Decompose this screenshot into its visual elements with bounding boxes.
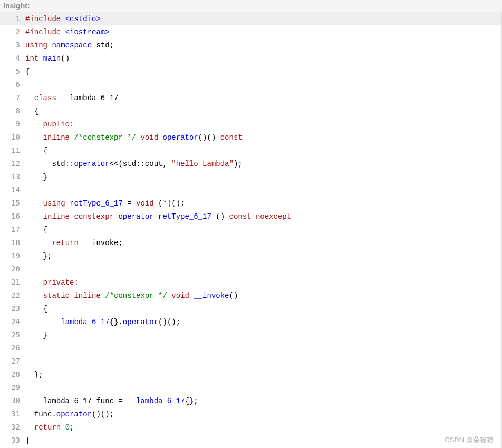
token: () [61,54,70,63]
code-content[interactable]: inline constexpr operator retType_6_17 (… [25,210,501,223]
code-line[interactable]: 11 { [0,144,501,157]
code-content[interactable]: inline /*constexpr */ void operator()() … [25,131,501,144]
code-content[interactable]: int main() [25,52,501,65]
code-content[interactable]: { [25,223,501,236]
code-line[interactable]: 21 private: [0,276,501,289]
code-content[interactable]: using namespace std; [25,39,501,52]
code-line[interactable]: 28 }; [0,368,501,381]
code-content[interactable] [25,382,501,394]
code-line[interactable]: 8 { [0,104,501,118]
code-line[interactable]: 6 [0,78,501,91]
code-content[interactable]: class __lambda_6_17 [25,92,501,104]
code-content[interactable]: private: [25,276,501,289]
token: return [52,239,78,247]
code-line[interactable]: 32 return 0; [0,421,501,434]
token: "hello Lambda" [171,160,234,168]
code-line[interactable]: 20 [0,262,501,276]
token: static inline [43,291,101,300]
code-content[interactable]: } [25,171,501,183]
token: void [140,133,158,142]
code-content[interactable] [25,355,501,368]
code-content[interactable] [25,79,501,91]
code-content[interactable]: { [25,303,501,315]
code-line[interactable]: 7 class __lambda_6_17 [0,91,501,104]
code-editor[interactable]: 1#include <cstdio>2#include <iostream>3u… [0,12,501,448]
token: void [171,291,189,300]
code-content[interactable]: public: [25,118,501,131]
code-content[interactable]: #include <cstdio> [25,13,501,25]
token: public [43,120,70,129]
code-content[interactable]: __lambda_6_17{}.operator()(); [25,316,501,328]
code-line[interactable]: 24 __lambda_6_17{}.operator()(); [0,315,501,328]
code-line[interactable]: 26 [0,342,501,355]
code-line[interactable]: 29 [0,381,501,394]
code-content[interactable]: __lambda_6_17 func = __lambda_6_17{}; [25,395,501,407]
token [25,212,43,221]
token [25,81,34,89]
token: operator [118,212,153,221]
code-line[interactable]: 9 public: [0,118,501,131]
code-line[interactable]: 22 static inline /*constexpr */ void __i… [0,289,501,302]
token: return [34,423,61,432]
code-line[interactable]: 3using namespace std; [0,38,501,52]
line-number: 33 [0,434,25,446]
code-content[interactable]: { [25,65,501,78]
code-content[interactable]: { [25,144,501,157]
code-line[interactable]: 25 } [0,328,501,342]
code-line[interactable]: 1#include <cstdio> [0,12,501,25]
code-line[interactable]: 33} [0,434,501,447]
code-content[interactable] [25,263,501,276]
token: func. [25,410,56,418]
token: { [25,107,38,115]
code-content[interactable]: func.operator()(); [25,408,501,421]
code-content[interactable]: } [25,329,501,342]
code-line[interactable]: 5{ [0,65,501,78]
code-line[interactable]: 30 __lambda_6_17 func = __lambda_6_17{}; [0,394,501,407]
token: <iostream> [65,28,110,36]
code-line[interactable]: 14 [0,183,501,197]
token [25,199,43,208]
token [65,199,70,208]
code-line[interactable]: 18 return __invoke; [0,236,501,249]
token: main [43,54,61,63]
code-line[interactable]: 16 inline constexpr operator retType_6_1… [0,210,501,223]
code-content[interactable] [25,342,501,355]
code-content[interactable]: std::operator<<(std::cout, "hello Lambda… [25,158,501,170]
code-line[interactable]: 17 { [0,223,501,236]
code-content[interactable]: return __invoke; [25,237,501,249]
code-line[interactable]: 2#include <iostream> [0,25,501,38]
token: /*constexpr */ [105,291,167,300]
line-number: 19 [0,249,25,262]
code-line[interactable]: 12 std::operator<<(std::cout, "hello Lam… [0,157,501,170]
token [25,344,43,353]
token: __lambda_6_17 [52,318,109,326]
token: __lambda_6_17 [127,397,185,405]
code-line[interactable]: 13 } [0,170,501,183]
code-content[interactable]: #include <iostream> [25,26,501,38]
code-content[interactable]: using retType_6_17 = void (*)(); [25,197,501,210]
token: : [74,278,78,287]
token: { [25,67,30,76]
code-line[interactable]: 27 [0,355,501,368]
code-content[interactable]: { [25,105,501,118]
token [25,384,34,392]
code-content[interactable] [25,184,501,197]
code-content[interactable]: }; [25,250,501,262]
line-number: 4 [0,52,25,64]
token: __lambda_6_17 [56,94,119,102]
editor-wrap: 1#include <cstdio>2#include <iostream>3u… [0,12,502,448]
code-line[interactable]: 10 inline /*constexpr */ void operator()… [0,131,501,144]
token: () [211,212,229,221]
code-line[interactable]: 15 using retType_6_17 = void (*)(); [0,197,501,210]
token: retType_6_17 [158,212,211,221]
code-content[interactable]: } [25,434,501,447]
code-line[interactable]: 31 func.operator()(); [0,407,501,421]
code-content[interactable]: }; [25,368,501,381]
code-line[interactable]: 23 { [0,302,501,315]
code-line[interactable]: 4int main() [0,52,501,65]
code-line[interactable]: 19 }; [0,249,501,262]
code-content[interactable]: return 0; [25,421,501,434]
line-number: 32 [0,421,25,433]
code-content[interactable]: static inline /*constexpr */ void __invo… [25,289,501,302]
line-number: 31 [0,407,25,420]
